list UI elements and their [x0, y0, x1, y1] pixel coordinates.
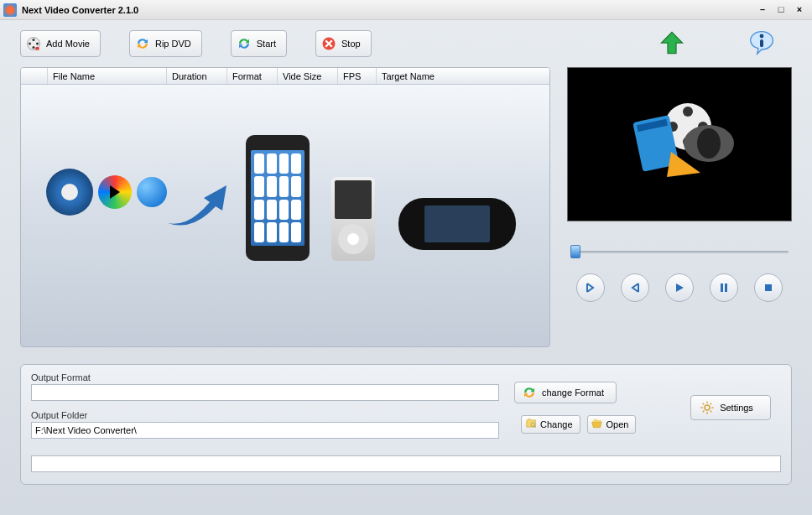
arrow-up-icon [658, 30, 686, 55]
svg-point-11 [683, 107, 693, 117]
maximize-button[interactable]: □ [775, 4, 787, 16]
svg-rect-9 [760, 39, 763, 47]
arrow-icon [164, 181, 239, 233]
output-format-label: Output Format [31, 372, 499, 382]
start-icon [237, 36, 252, 51]
ipod-device-icon [331, 177, 375, 261]
placeholder-artwork [21, 85, 549, 345]
info-bubble-icon [748, 29, 775, 56]
svg-point-3 [33, 46, 35, 49]
file-list-panel: File Name Duration Format Vide Size FPS … [20, 67, 550, 347]
film-reel-icon: + [26, 36, 41, 51]
change-format-label: change Format [542, 388, 604, 398]
pause-button[interactable] [710, 273, 738, 302]
output-panel: Output Format change Format Settings Out… [20, 364, 792, 485]
change-label: Change [540, 419, 573, 429]
svg-point-4 [29, 43, 31, 45]
rip-dvd-button[interactable]: Rip DVD [129, 30, 202, 57]
svg-point-17 [697, 128, 721, 159]
add-movie-button[interactable]: + Add Movie [20, 30, 101, 57]
col-duration[interactable]: Duration [167, 68, 227, 84]
mark-out-button[interactable] [621, 273, 649, 302]
refresh-icon [135, 36, 150, 51]
stop-label: Stop [341, 39, 361, 49]
settings-button[interactable]: Settings [690, 395, 771, 420]
stop-button[interactable]: Stop [315, 30, 372, 57]
svg-rect-19 [725, 284, 727, 292]
gear-icon [700, 400, 715, 415]
svg-point-8 [760, 34, 764, 39]
col-checkbox[interactable] [21, 68, 48, 84]
seek-thumb[interactable] [570, 245, 580, 258]
minimize-button[interactable]: – [757, 4, 768, 16]
col-fps[interactable]: FPS [338, 68, 377, 84]
settings-label: Settings [720, 403, 753, 413]
svg-point-21 [705, 405, 710, 410]
svg-rect-20 [765, 284, 772, 291]
preview-box [567, 67, 792, 221]
preview-panel [567, 67, 792, 347]
mark-in-button[interactable] [576, 273, 605, 302]
stop-playback-button[interactable] [754, 273, 783, 302]
close-button[interactable]: × [794, 4, 805, 16]
svg-point-2 [36, 43, 39, 45]
col-format[interactable]: Format [227, 68, 278, 84]
progress-bar [31, 455, 781, 472]
seek-slider[interactable] [570, 245, 789, 258]
disc-icon [46, 169, 93, 216]
stop-icon [321, 36, 336, 51]
svg-point-1 [33, 39, 35, 41]
globe-icon [137, 177, 167, 207]
phone-device-icon [246, 135, 310, 261]
play-orb-icon [98, 175, 132, 209]
upgrade-button[interactable] [641, 30, 703, 57]
change-format-button[interactable]: change Format [514, 382, 617, 403]
titlebar: Next Video Converter 2.1.0 – □ × [0, 0, 812, 20]
open-folder-icon [591, 418, 603, 431]
open-folder-button[interactable]: Open [587, 415, 637, 434]
svg-rect-18 [721, 284, 723, 292]
col-filename[interactable]: File Name [48, 68, 167, 84]
list-header: File Name Duration Format Vide Size FPS … [21, 68, 549, 85]
play-button[interactable] [665, 273, 694, 302]
col-videosize[interactable]: Vide Size [278, 68, 338, 84]
col-target[interactable]: Target Name [377, 68, 549, 84]
output-folder-label: Output Folder [31, 410, 499, 420]
psp-device-icon [398, 198, 516, 250]
swap-icon [522, 385, 537, 400]
change-folder-button[interactable]: Change [521, 415, 580, 434]
start-label: Start [257, 39, 276, 49]
app-icon [3, 3, 17, 17]
player-controls [567, 267, 792, 309]
info-button[interactable] [731, 29, 792, 58]
output-format-input[interactable] [31, 384, 499, 401]
add-movie-label: Add Movie [46, 39, 90, 49]
start-button[interactable]: Start [231, 30, 287, 57]
rip-dvd-label: Rip DVD [155, 39, 191, 49]
search-folder-icon [525, 418, 537, 431]
svg-text:+: + [36, 48, 38, 51]
output-folder-input[interactable] [31, 422, 499, 439]
toolbar: + Add Movie Rip DVD Start Stop [0, 20, 812, 67]
preview-artwork-icon [621, 93, 738, 195]
window-title: Next Video Converter 2.1.0 [22, 5, 757, 15]
open-label: Open [606, 419, 629, 429]
